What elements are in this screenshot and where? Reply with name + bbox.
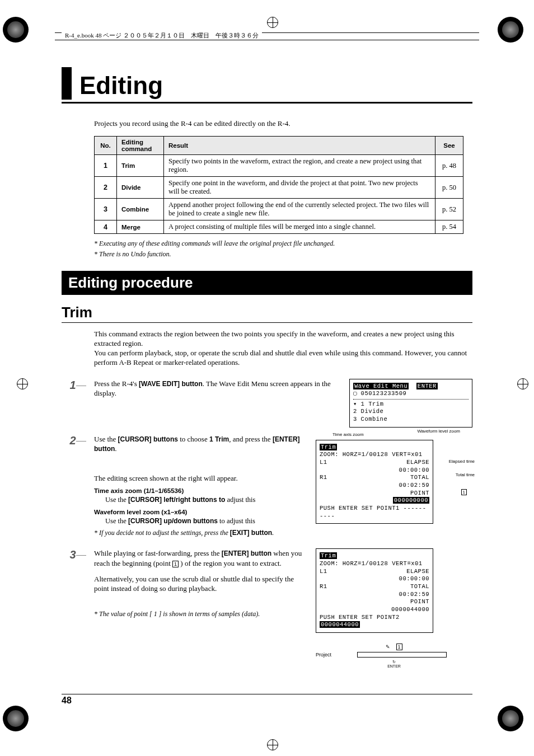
lcd-pval: 0000044000 [391, 606, 429, 613]
cell-result: Append another project following the end… [164, 199, 435, 220]
subsection-heading: Trim [62, 304, 472, 323]
cell-cmd: Divide [117, 177, 164, 199]
project-bar [357, 652, 447, 658]
lcd-title: Wave Edit Menu [353, 383, 409, 389]
lcd-elapse: ELAPSE [406, 568, 429, 575]
text: Use the [105, 496, 128, 504]
sub-intro: The editing screen shown at the right wi… [94, 474, 238, 482]
step-number: 1 [62, 379, 84, 392]
note: * If you decide not to adjust the settin… [94, 529, 230, 537]
table-row: 2 Divide Specify one point in the wavefo… [95, 177, 463, 199]
desc-line: You can perform playback, stop, or opera… [94, 349, 472, 368]
step-3: 3 While playing or fast-forwarding, pres… [62, 548, 472, 668]
lcd: Trim ZOOM: HORZ=1/00128 VERT=x01 L1ELAPS… [316, 548, 433, 632]
lcd-sep [353, 399, 469, 400]
button-ref: [EXIT] button [230, 529, 272, 537]
table-row: 4 Merge A project consisting of multiple… [95, 220, 463, 234]
text: , and press the [229, 435, 273, 443]
lcd-zoom: ZOOM: HORZ=1/00128 VERT=x01 [320, 560, 429, 568]
text: to choose [178, 435, 209, 443]
alt-text: Alternatively, you can use the scrub dia… [94, 574, 310, 594]
text: Use the [94, 435, 118, 443]
th-result: Result [164, 137, 435, 155]
step-2: 2 Use the [CURSOR] buttons to choose 1 T… [62, 434, 472, 538]
text: Use the [105, 517, 128, 525]
cell-see: p. 50 [435, 177, 463, 199]
title-row: Editing [62, 67, 472, 100]
lcd-point: POINT [410, 490, 429, 496]
note: * The value of point [ 1 ] is shown in t… [94, 609, 310, 618]
button-ref: [ENTER] button [222, 550, 271, 557]
title-band [62, 67, 72, 100]
lcd-zoom: ZOOM: HORZ=1/00128 VERT=x01 [320, 451, 429, 459]
lcd-footer-val: 0000044000 [320, 621, 360, 628]
text: . [115, 444, 116, 453]
cell-see: p. 48 [435, 155, 463, 177]
cell-result: Specify one point in the waveform, and d… [164, 177, 435, 199]
cell-no: 1 [95, 155, 117, 177]
lcd-label: Waveform level zoom [417, 429, 460, 434]
table-row: 1 Trim Specify two points in the wavefor… [95, 155, 463, 177]
project-diagram: ✎ 1 Project ↻ENTER [316, 638, 472, 668]
desc-line: This command extracts the region between… [94, 330, 472, 349]
title-rule [62, 102, 472, 104]
footnote: * There is no Undo function. [94, 250, 472, 259]
lcd-footer: PUSH ENTER SET POINT2 [320, 614, 400, 621]
marker-1-icon: 1 [396, 644, 402, 650]
edit-commands-table: No. Editing command Result See 1 Trim Sp… [94, 136, 463, 234]
lcd-footer: PUSH ENTER SET POINT1 ---------- [320, 505, 429, 520]
lcd-line: ▾ 1 Trim [353, 401, 469, 408]
step-1: 1 Press the R-4's [WAVE EDIT] button. Th… [62, 379, 472, 433]
footnote: * Executing any of these editing command… [94, 240, 472, 248]
lcd-ch: R1 [320, 583, 327, 598]
crop-mark-tl [3, 17, 36, 50]
step-text: While playing or fast-forwarding, press … [84, 548, 316, 618]
step-text: Press the R-4's [WAVE EDIT] button. The … [84, 379, 349, 398]
lcd-label: Time axis zoom [332, 432, 364, 437]
lcd-label: Elapsed time [449, 459, 475, 464]
crop-mark-tr [498, 17, 531, 50]
intro-text: Projects you record using the R-4 can be… [94, 119, 472, 128]
marker-1-icon: 1 [461, 489, 467, 495]
th-cmd: Editing command [117, 137, 164, 155]
lcd-ttime: 00:02:59 [399, 482, 429, 489]
lcd-screenshot-1: Wave Edit Menu ENTER ▢ 050123233509 ▾ 1 … [349, 379, 472, 433]
lcd-line: 2 Divide [353, 408, 469, 416]
lcd-label: Total time [456, 472, 475, 477]
cell-see: p. 52 [435, 199, 463, 220]
lcd-ch: L1 [320, 568, 327, 583]
crop-mark-bl [3, 706, 36, 739]
menu-item: 1 Trim [209, 435, 229, 443]
th-no: No. [95, 137, 117, 155]
project-label: Project [316, 652, 331, 658]
lcd-etime: 00:00:00 [399, 575, 429, 582]
lcd-point: POINT [410, 598, 429, 605]
cell-result: A project consisting of multiple files w… [164, 220, 435, 234]
cell-cmd: Combine [117, 199, 164, 220]
step-text: Use the [CURSOR] buttons to choose 1 Tri… [84, 434, 316, 538]
lcd-line: ▢ 050123233509 [353, 390, 469, 398]
text: adjust this [225, 496, 255, 504]
table-row: 3 Combine Append another project followi… [95, 199, 463, 220]
lcd-ch: L1 [320, 459, 327, 474]
page-title: Editing [74, 72, 163, 100]
th-see: See [435, 137, 463, 155]
section-heading: Editing procedure [62, 271, 472, 295]
lcd-pval: 000000000 [393, 497, 429, 504]
enter-label: ENTER [387, 664, 401, 668]
cell-see: p. 54 [435, 220, 463, 234]
marker-1-icon: 1 [172, 561, 179, 567]
lcd: Trim ZOOM: HORZ=1/00128 VERT=x01 L1ELAPS… [316, 440, 433, 524]
lcd-elapse: ELAPSE [406, 459, 429, 466]
button-ref: [CURSOR] left/right buttons to [128, 496, 225, 504]
cell-cmd: Merge [117, 220, 164, 234]
step-number: 3 [62, 548, 84, 561]
text: ) of the region you want to extract. [179, 559, 282, 567]
button-ref: [CURSOR] up/down buttons [128, 517, 218, 525]
step-number: 2 [62, 434, 84, 447]
text: Press the R-4's [94, 379, 139, 388]
lcd: Wave Edit Menu ENTER ▢ 050123233509 ▾ 1 … [349, 379, 472, 428]
footnotes: * Executing any of these editing command… [94, 240, 472, 259]
wf-title: Waveform level zoom (x1–x64) [94, 508, 310, 517]
button-ref: [CURSOR] buttons [118, 435, 178, 443]
